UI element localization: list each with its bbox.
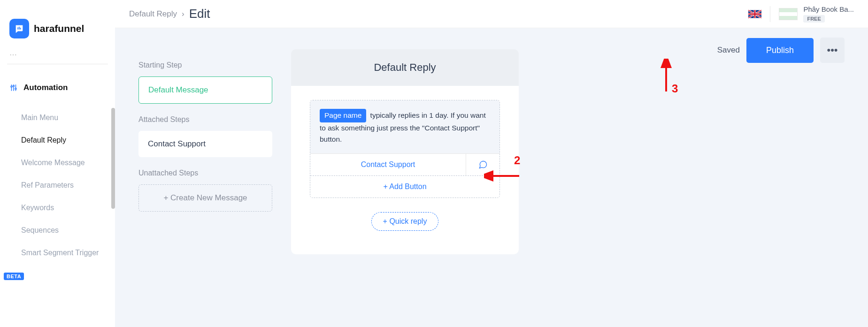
sidebar-item-sequences[interactable]: Sequences xyxy=(21,219,108,242)
profile-menu[interactable]: Phây Book Ba... FREE xyxy=(779,5,854,23)
chevron-right-icon: › xyxy=(182,9,184,19)
svg-rect-0 xyxy=(17,27,18,30)
svg-rect-2 xyxy=(20,28,21,30)
main-area: Default Reply › Edit xyxy=(115,0,868,327)
scrollbar-thumb[interactable] xyxy=(111,108,115,209)
logo-icon xyxy=(9,19,29,38)
beta-badge: BETA xyxy=(4,273,24,280)
sidebar-item-truncated[interactable]: ⋯ Broadcasts xyxy=(7,50,108,64)
add-button[interactable]: + Add Button xyxy=(310,175,499,198)
chat-icon[interactable] xyxy=(466,154,499,175)
create-new-message-button[interactable]: + Create New Message xyxy=(138,184,272,212)
sidebar-item-default-reply[interactable]: Default Reply xyxy=(21,129,108,152)
step-default-message[interactable]: Default Message xyxy=(138,76,272,104)
automation-icon xyxy=(9,84,18,92)
svg-rect-7 xyxy=(748,13,761,15)
brand-name: harafunnel xyxy=(34,23,84,34)
quick-reply-button[interactable]: + Quick reply xyxy=(371,212,439,231)
builder-title: Default Reply xyxy=(291,49,519,86)
language-flag-uk[interactable] xyxy=(748,10,761,18)
profile-avatar-icon xyxy=(779,8,798,20)
broadcast-icon: ⋯ xyxy=(9,50,17,59)
topbar: Default Reply › Edit xyxy=(115,0,868,28)
plan-badge: FREE xyxy=(803,15,824,23)
breadcrumb-current: Edit xyxy=(189,7,210,21)
sidebar-item-smart-segment[interactable]: Smart Segment Trigger xyxy=(21,242,108,264)
message-button-contact-support[interactable]: Contact Support xyxy=(310,154,466,175)
steps-panel: Starting Step Default Message Attached S… xyxy=(138,49,272,212)
publish-button[interactable]: Publish xyxy=(746,38,814,63)
message-builder: Default Reply Page name typically replie… xyxy=(291,49,519,254)
page-name-tag[interactable]: Page name xyxy=(320,109,366,122)
sidebar: harafunnel ⋯ Broadcasts Automation Main … xyxy=(0,0,115,327)
steps-starting-header: Starting Step xyxy=(138,61,272,69)
sidebar-item-main-menu[interactable]: Main Menu xyxy=(21,106,108,129)
more-actions-button[interactable]: ••• xyxy=(820,38,845,63)
saved-status: Saved xyxy=(717,46,740,55)
action-bar: Saved Publish ••• xyxy=(717,38,845,63)
sidebar-item-keywords[interactable]: Keywords xyxy=(21,197,108,219)
steps-unattached-header: Unattached Steps xyxy=(138,169,272,177)
steps-attached-header: Attached Steps xyxy=(138,115,272,124)
separator xyxy=(770,6,770,22)
svg-rect-1 xyxy=(19,27,20,30)
message-text[interactable]: Page name typically replies in 1 day. If… xyxy=(310,100,499,153)
breadcrumb: Default Reply › Edit xyxy=(129,7,210,21)
profile-name: Phây Book Ba... xyxy=(803,5,854,13)
breadcrumb-parent[interactable]: Default Reply xyxy=(129,9,177,19)
sidebar-section-automation[interactable]: Automation xyxy=(7,81,108,95)
sidebar-item-welcome-message[interactable]: Welcome Message xyxy=(21,152,108,174)
canvas: Saved Publish ••• Starting Step Default … xyxy=(115,28,868,327)
step-contact-support[interactable]: Contact Support xyxy=(138,131,272,157)
message-block[interactable]: Page name typically replies in 1 day. If… xyxy=(310,100,500,198)
logo[interactable]: harafunnel xyxy=(7,0,108,50)
sidebar-section-title: Automation xyxy=(23,83,68,92)
sidebar-item-ref-parameters[interactable]: Ref Parameters xyxy=(21,174,108,197)
